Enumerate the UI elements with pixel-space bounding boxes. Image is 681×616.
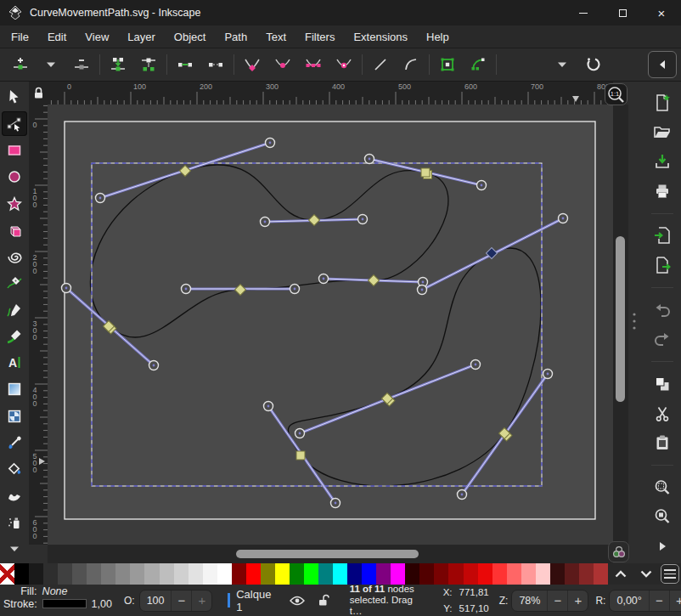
swatch-#404040[interactable] — [58, 563, 72, 585]
swatch-#2b0000[interactable] — [405, 563, 419, 585]
rotation-increase-button[interactable]: + — [669, 591, 681, 611]
make-smooth-node-button[interactable] — [267, 51, 298, 78]
zoom-value[interactable]: 78% — [512, 595, 547, 607]
palette-scroll-up-button[interactable] — [608, 563, 633, 585]
palette-menu-button[interactable] — [661, 564, 679, 584]
tool-spray[interactable] — [2, 511, 27, 535]
color-managed-view-button[interactable] — [608, 541, 629, 562]
make-symmetric-node-button[interactable] — [298, 51, 329, 78]
menu-file[interactable]: File — [2, 25, 38, 48]
rotation-decrease-button[interactable]: − — [649, 591, 669, 611]
make-line-segment-button[interactable] — [365, 51, 396, 78]
zoom-increase-button[interactable]: + — [567, 591, 588, 611]
save-document-button[interactable] — [649, 149, 676, 174]
tool-box-3d[interactable] — [2, 218, 27, 242]
next-path-effect-dropdown-button[interactable] — [547, 51, 577, 78]
swatch-#ffcccc[interactable] — [536, 563, 550, 585]
tool-selector[interactable] — [2, 85, 27, 110]
swatch-#00ffff[interactable] — [333, 563, 347, 585]
opacity-spinbox[interactable]: 100 − + — [139, 590, 213, 612]
fill-indicator[interactable]: None — [42, 585, 87, 597]
opacity-value[interactable]: 100 — [140, 595, 172, 607]
swatch-#888888[interactable] — [115, 563, 130, 585]
tool-rectangle[interactable] — [2, 138, 27, 163]
menu-filters[interactable]: Filters — [295, 25, 344, 48]
swatch-#ffff00[interactable] — [275, 563, 290, 585]
swatch-#646464[interactable] — [87, 563, 101, 585]
swatch-#00ff00[interactable] — [304, 563, 318, 585]
swatch-#ff3333[interactable] — [492, 563, 507, 585]
make-corner-node-button[interactable] — [237, 51, 267, 78]
minimize-button[interactable] — [564, 0, 603, 25]
menu-extensions[interactable]: Extensions — [344, 25, 417, 48]
swatch-#808000[interactable] — [261, 563, 275, 585]
object-to-path-button[interactable] — [432, 51, 463, 78]
tool-ellipse[interactable] — [2, 165, 27, 189]
swatch-none[interactable] — [0, 563, 14, 585]
zoom-drawing-button[interactable] — [649, 505, 676, 530]
swatch-#5c1a1a[interactable] — [565, 563, 579, 585]
show-transform-handles-button[interactable] — [577, 51, 608, 78]
swatch-#9a9a9a[interactable] — [130, 563, 144, 585]
tool-pen[interactable] — [2, 271, 27, 296]
swatch-#008000[interactable] — [290, 563, 304, 585]
layer-visibility-toggle[interactable] — [289, 592, 307, 609]
layer-lock-toggle[interactable] — [315, 592, 333, 609]
swatch-#780202[interactable] — [434, 563, 448, 585]
tool-pencil[interactable] — [2, 297, 27, 322]
break-nodes-button[interactable] — [133, 51, 164, 78]
swatch-#ff9999[interactable] — [521, 563, 536, 585]
tool-dropper[interactable] — [2, 431, 27, 455]
swatch-#330d0d[interactable] — [550, 563, 565, 585]
tool-calligraphy[interactable] — [2, 325, 27, 349]
rotation-spinbox[interactable]: 0,00° − + — [609, 590, 681, 612]
insert-node-button[interactable] — [5, 51, 36, 78]
rotation-value[interactable]: 0,00° — [610, 595, 648, 607]
export-button[interactable] — [649, 252, 676, 278]
make-auto-smooth-node-button[interactable] — [329, 51, 359, 78]
zoom-decrease-button[interactable]: − — [547, 591, 567, 611]
swatch-#1a1a1a[interactable] — [29, 563, 43, 585]
swatch-#acacac[interactable] — [144, 563, 159, 585]
swatch-#9e0404[interactable] — [448, 563, 463, 585]
tool-paint-bucket[interactable] — [2, 457, 27, 482]
menu-object[interactable]: Object — [165, 25, 216, 48]
import-button[interactable] — [649, 223, 676, 249]
path-node-cusp[interactable] — [296, 451, 305, 460]
tool-node-editor[interactable] — [2, 111, 27, 136]
swatch-#2e2e2e[interactable] — [43, 563, 58, 585]
swatch-#c40606[interactable] — [464, 563, 478, 585]
swatch-#000000[interactable] — [14, 563, 29, 585]
canvas-viewport[interactable] — [48, 105, 613, 545]
delete-node-button[interactable] — [66, 51, 97, 78]
swatch-#800000[interactable] — [232, 563, 246, 585]
stroke-to-path-button[interactable] — [463, 51, 493, 78]
opacity-decrease-button[interactable]: − — [171, 591, 191, 611]
zoom-spinbox[interactable]: 78% − + — [511, 590, 588, 612]
paste-button[interactable] — [649, 430, 676, 455]
zoom-1-1-button[interactable]: 1:1 — [605, 83, 628, 105]
collapse-snap-toolbar-button[interactable] — [648, 51, 677, 78]
duplicate-button[interactable] — [649, 371, 676, 397]
tool-spiral[interactable] — [2, 245, 27, 269]
commands-bar-handle[interactable] — [629, 306, 639, 336]
redo-button[interactable] — [649, 326, 676, 352]
tool-text[interactable]: A — [2, 351, 27, 376]
horizontal-scrollbar-thumb[interactable] — [236, 550, 419, 558]
swatch-#852626[interactable] — [579, 563, 594, 585]
menu-text[interactable]: Text — [256, 25, 295, 48]
stroke-width-value[interactable]: 1,00 — [92, 598, 112, 610]
menu-edit[interactable]: Edit — [38, 25, 76, 48]
opacity-increase-button[interactable]: + — [191, 591, 211, 611]
swatch-#f4f4f4[interactable] — [203, 563, 217, 585]
tool-star[interactable] — [2, 191, 27, 216]
tool-gradient[interactable] — [2, 377, 27, 402]
open-document-button[interactable] — [649, 120, 676, 145]
cut-button[interactable] — [649, 401, 676, 427]
expand-button[interactable] — [649, 534, 676, 559]
swatch-#ea0808[interactable] — [478, 563, 492, 585]
maximize-button[interactable] — [603, 0, 642, 25]
swatch-#ff00ff[interactable] — [391, 563, 405, 585]
join-nodes-button[interactable] — [103, 51, 133, 78]
swatch-#767676[interactable] — [101, 563, 115, 585]
